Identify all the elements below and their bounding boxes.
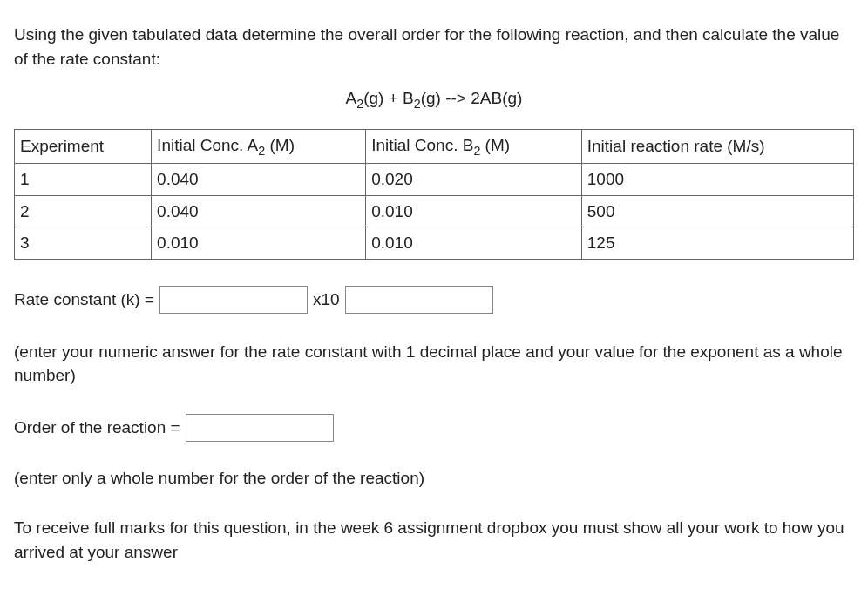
x10-label: x10	[313, 288, 340, 312]
reaction-equation: A2(g) + B2(g) --> 2AB(g)	[14, 86, 854, 112]
table-row: 1 0.040 0.020 1000	[15, 164, 854, 196]
cell: 0.040	[152, 195, 366, 227]
question-intro: Using the given tabulated data determine…	[14, 23, 854, 71]
order-hint: (enter only a whole number for the order…	[14, 466, 854, 491]
cell: 125	[581, 227, 853, 260]
col-rate: Initial reaction rate (M/s)	[581, 129, 853, 163]
col-experiment: Experiment	[15, 129, 152, 163]
order-row: Order of the reaction =	[14, 414, 854, 442]
order-label: Order of the reaction =	[14, 416, 180, 440]
final-note: To receive full marks for this question,…	[14, 516, 854, 564]
table-row: 2 0.040 0.010 500	[15, 195, 854, 227]
cell: 1000	[581, 164, 853, 196]
col-b2: Initial Conc. B2 (M)	[366, 129, 582, 163]
rate-constant-hint: (enter your numeric answer for the rate …	[14, 340, 854, 388]
cell: 0.010	[366, 227, 582, 260]
cell: 0.010	[366, 195, 582, 227]
table-header-row: Experiment Initial Conc. A2 (M) Initial …	[15, 129, 854, 163]
rate-constant-mantissa-input[interactable]	[159, 286, 308, 314]
cell: 1	[15, 164, 152, 196]
table-row: 3 0.010 0.010 125	[15, 227, 854, 260]
rate-constant-row: Rate constant (k) = x10	[14, 286, 854, 314]
cell: 2	[15, 195, 152, 227]
cell: 0.020	[366, 164, 582, 196]
order-input[interactable]	[186, 414, 334, 442]
cell: 3	[15, 227, 152, 260]
data-table: Experiment Initial Conc. A2 (M) Initial …	[14, 129, 854, 260]
rate-constant-label: Rate constant (k) =	[14, 288, 154, 312]
col-a2: Initial Conc. A2 (M)	[152, 129, 366, 163]
cell: 0.010	[152, 227, 366, 260]
cell: 500	[581, 195, 853, 227]
rate-constant-exponent-input[interactable]	[345, 286, 493, 314]
cell: 0.040	[152, 164, 366, 196]
